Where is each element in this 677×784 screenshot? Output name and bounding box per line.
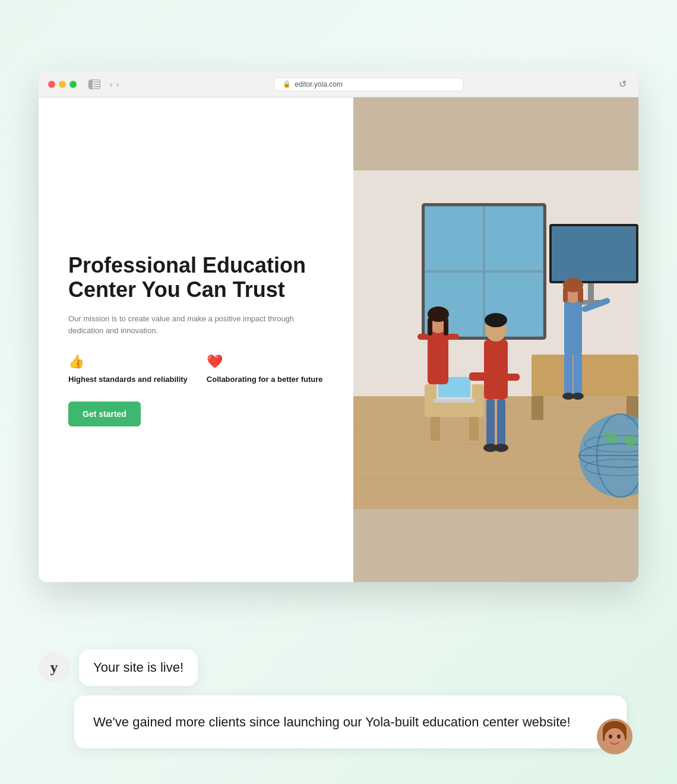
- address-bar[interactable]: 🔒 editor.yola.com: [274, 77, 464, 91]
- svg-rect-39: [428, 331, 448, 384]
- svg-rect-29: [564, 353, 572, 395]
- close-button[interactable]: [48, 81, 55, 88]
- browser-nav: ‹ ›: [110, 80, 119, 89]
- chat-row-1: y Your site is live!: [39, 649, 638, 686]
- reload-button[interactable]: ↺: [619, 78, 627, 90]
- chat-section: y Your site is live! We've gained more c…: [39, 649, 638, 748]
- hero-subtitle: Our mission is to create value and make …: [68, 313, 324, 338]
- svg-rect-17: [552, 226, 636, 281]
- get-started-button[interactable]: Get started: [68, 402, 141, 426]
- svg-point-67: [617, 735, 621, 739]
- url-text: editor.yola.com: [295, 80, 343, 88]
- sidebar-toggle-button[interactable]: [88, 80, 100, 89]
- svg-rect-3: [93, 86, 100, 87]
- svg-rect-51: [486, 399, 495, 447]
- svg-rect-44: [417, 334, 429, 340]
- maximize-button[interactable]: [69, 81, 77, 88]
- svg-point-48: [485, 313, 507, 327]
- svg-rect-27: [578, 287, 583, 302]
- svg-rect-50: [499, 374, 520, 381]
- forward-button[interactable]: ›: [116, 80, 119, 89]
- svg-rect-52: [497, 399, 505, 447]
- chat-bubble-live: Your site is live!: [79, 649, 198, 686]
- svg-rect-30: [574, 353, 582, 395]
- thumbs-up-icon: 👍: [68, 354, 188, 369]
- svg-point-66: [609, 735, 612, 739]
- svg-rect-20: [532, 355, 638, 396]
- back-button[interactable]: ‹: [110, 80, 113, 89]
- feature-label-2: Collaborating for a better future: [207, 374, 323, 385]
- feature-item-1: 👍 Highest standards and reliability: [68, 354, 188, 385]
- svg-rect-18: [588, 283, 594, 301]
- svg-rect-26: [563, 287, 568, 302]
- svg-rect-21: [532, 396, 543, 420]
- svg-rect-38: [434, 399, 475, 403]
- right-panel: [353, 97, 638, 582]
- bubble1-text: Your site is live!: [93, 660, 184, 675]
- minimize-button[interactable]: [59, 81, 66, 88]
- heart-icon: ❤️: [207, 354, 323, 369]
- svg-rect-43: [444, 318, 448, 336]
- bubble2-text: We've gained more clients since launchin…: [93, 715, 571, 729]
- classroom-image: [353, 97, 638, 582]
- chat-row-2: We've gained more clients since launchin…: [39, 696, 627, 748]
- website-content: Professional Education Center You Can Tr…: [39, 97, 638, 582]
- svg-rect-34: [431, 417, 440, 441]
- lock-icon: 🔒: [283, 80, 291, 88]
- browser-chrome: ‹ › 🔒 editor.yola.com ↺: [39, 71, 638, 97]
- svg-rect-2: [93, 84, 100, 85]
- svg-rect-1: [93, 81, 100, 83]
- svg-rect-42: [428, 318, 432, 336]
- yola-logo: y: [39, 652, 69, 683]
- feature-item-2: ❤️ Collaborating for a better future: [207, 354, 323, 385]
- browser-window: ‹ › 🔒 editor.yola.com ↺ Professional Edu…: [39, 71, 638, 582]
- chat-bubble-testimonial: We've gained more clients since launchin…: [74, 696, 627, 748]
- svg-rect-23: [564, 301, 582, 355]
- svg-rect-45: [447, 334, 459, 340]
- hero-title: Professional Education Center You Can Tr…: [68, 253, 324, 302]
- left-panel: Professional Education Center You Can Tr…: [39, 97, 353, 582]
- features-row: 👍 Highest standards and reliability ❤️ C…: [68, 354, 324, 385]
- address-bar-wrapper: 🔒 editor.yola.com: [126, 77, 612, 91]
- svg-point-32: [572, 393, 584, 400]
- svg-rect-0: [89, 80, 93, 88]
- traffic-lights: [48, 81, 77, 88]
- svg-rect-49: [469, 372, 496, 381]
- svg-rect-35: [469, 417, 479, 441]
- svg-point-54: [494, 444, 508, 452]
- svg-rect-46: [484, 340, 508, 399]
- avatar: [597, 719, 632, 754]
- svg-point-65: [605, 728, 625, 750]
- feature-label-1: Highest standards and reliability: [68, 374, 188, 385]
